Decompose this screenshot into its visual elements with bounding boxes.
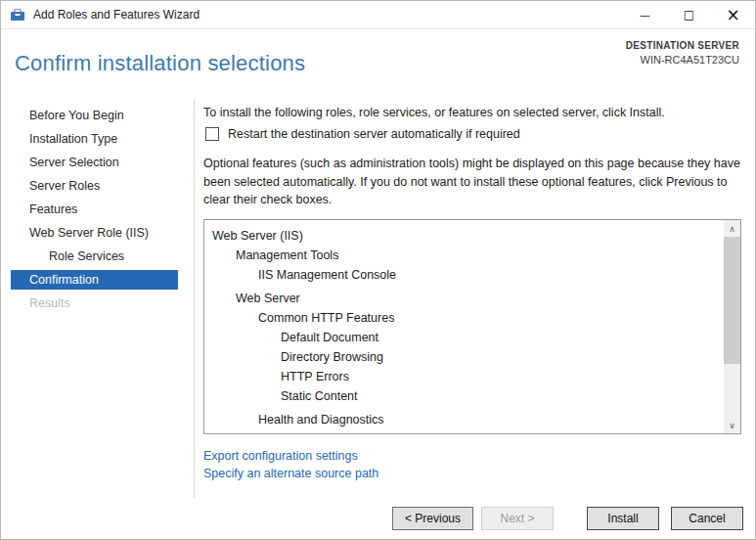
intro-text: To install the following roles, role ser… [203,106,739,119]
step-server-selection[interactable]: Server Selection [11,153,178,172]
step-server-roles[interactable]: Server Roles [11,176,178,196]
step-results: Results [11,293,178,313]
listbox-scrollbar[interactable]: ∧ ∨ [724,220,740,433]
scrollbar-thumb[interactable] [724,237,740,364]
scroll-down-icon[interactable]: ∨ [724,417,740,433]
page-title: Confirm installation selections [15,51,305,76]
restart-option-row: Restart the destination server automatic… [205,127,520,141]
alternate-source-path-link[interactable]: Specify an alternate source path [203,465,378,482]
tree-item-management-tools[interactable]: Management Tools [204,246,740,265]
tree-item-health-and-diagnostics[interactable]: Health and Diagnostics [204,410,740,429]
previous-button[interactable]: < Previous [392,507,473,530]
wizard-footer: < Previous Next > Install Cancel [1,498,755,539]
tree-item-web-server[interactable]: Web Server [204,289,740,308]
destination-server-block: DESTINATION SERVER WIN-RC4A51T23CU [626,40,739,66]
maximize-icon[interactable]: □ [667,1,711,28]
wizard-window: Add Roles and Features Wizard — □ × Conf… [0,0,756,540]
tree-item-static-content[interactable]: Static Content [204,386,740,406]
tree-item-web-server-iis[interactable]: Web Server (IIS) [204,226,740,246]
selections-listbox[interactable]: Web Server (IIS) Management Tools IIS Ma… [203,219,741,434]
tree-item-common-http-features[interactable]: Common HTTP Features [204,308,740,328]
window-title: Add Roles and Features Wizard [33,8,200,22]
step-web-server-role-iis[interactable]: Web Server Role (IIS) [11,223,178,243]
destination-server-label: DESTINATION SERVER [626,40,739,51]
step-before-you-begin[interactable]: Before You Begin [11,106,178,125]
next-button[interactable]: Next > [481,507,554,530]
wizard-toolbox-icon [10,7,25,22]
destination-server-name: WIN-RC4A51T23CU [626,54,739,66]
wizard-steps-nav: Before You Begin Installation Type Serve… [11,106,178,317]
title-bar: Add Roles and Features Wizard — □ × [1,1,755,29]
window-controls: — □ × [623,1,755,28]
optional-features-note: Optional features (such as administratio… [203,155,741,209]
footer-links: Export configuration settings Specify an… [203,447,378,482]
restart-checkbox-label[interactable]: Restart the destination server automatic… [228,127,520,141]
tree-item-http-logging[interactable]: HTTP Logging [204,429,740,434]
wizard-header: Confirm installation selections DESTINAT… [1,30,755,99]
tree-item-iis-management-console[interactable]: IIS Management Console [204,265,740,285]
sidebar-divider [194,99,195,498]
step-installation-type[interactable]: Installation Type [11,129,178,149]
tree-item-http-errors[interactable]: HTTP Errors [204,367,740,386]
selections-tree: Web Server (IIS) Management Tools IIS Ma… [204,220,740,434]
step-features[interactable]: Features [11,200,178,219]
tree-item-directory-browsing[interactable]: Directory Browsing [204,347,740,367]
tree-item-default-document[interactable]: Default Document [204,328,740,347]
export-configuration-link[interactable]: Export configuration settings [203,447,378,465]
close-icon[interactable]: × [711,1,755,28]
step-role-services[interactable]: Role Services [11,247,178,266]
scroll-up-icon[interactable]: ∧ [724,220,740,237]
step-confirmation[interactable]: Confirmation [11,270,178,290]
install-button[interactable]: Install [587,507,659,530]
minimize-icon[interactable]: — [623,1,667,28]
cancel-button[interactable]: Cancel [671,507,743,530]
restart-checkbox[interactable] [205,127,219,141]
